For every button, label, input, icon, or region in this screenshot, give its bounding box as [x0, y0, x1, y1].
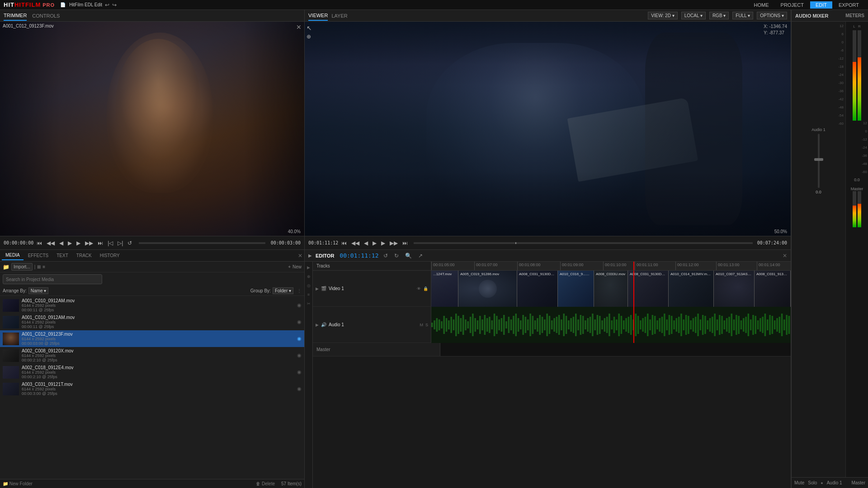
svg-rect-114	[702, 315, 704, 335]
nav-home[interactable]: HOME	[749, 1, 774, 9]
editor-btn-1[interactable]: ↺	[382, 252, 389, 260]
media-info: A001_C010_0912AM.mov 6144 x 2592 pixels …	[22, 315, 294, 329]
tab-track[interactable]: TRACK	[73, 251, 95, 260]
video-clip[interactable]: A010_C016_9...mov	[558, 271, 594, 307]
local-dropdown[interactable]: LOCAL ▾	[681, 12, 706, 19]
viewer-prev-frame[interactable]: ◀	[363, 239, 369, 247]
strip-icon-3[interactable]: ◎	[306, 282, 312, 289]
step-end-button[interactable]: ⏭	[96, 239, 104, 247]
cursor-icon[interactable]: ↖	[307, 24, 312, 32]
play-button[interactable]: ▶	[66, 239, 73, 247]
fader-track[interactable]	[818, 134, 820, 188]
viewer-next-frame[interactable]: ▶	[380, 239, 387, 247]
arrange-dropdown[interactable]: Name ▾	[28, 287, 48, 294]
editor-btn-4[interactable]: ↗	[417, 252, 424, 260]
strip-icon-1[interactable]: ▶	[306, 264, 312, 271]
tab-media[interactable]: MEDIA	[2, 251, 24, 260]
viewer-back[interactable]: ◀◀	[350, 239, 361, 247]
cursor-secondary[interactable]: ⊕	[307, 33, 311, 40]
options-dropdown[interactable]: OPTIONS ▾	[757, 12, 787, 19]
new-item-button[interactable]: +	[288, 264, 291, 269]
tab-effects[interactable]: EFFECTS	[24, 251, 52, 260]
tab-controls[interactable]: CONTROLS	[32, 11, 60, 20]
viewer-play[interactable]: ▶	[371, 239, 378, 247]
tab-history[interactable]: HISTORY	[96, 251, 123, 260]
next-frame-button[interactable]: ▶	[75, 239, 82, 247]
trimmer-close-button[interactable]: ✕	[296, 23, 302, 31]
video-clip[interactable]: A008_C031_9130DU.mov	[517, 271, 558, 307]
import-button[interactable]: Import...	[11, 263, 33, 271]
strip-icon-5[interactable]: ✂	[306, 300, 312, 307]
media-item-options[interactable]: ◉	[297, 302, 302, 308]
video-clip[interactable]: A008_C033U.mov	[594, 271, 628, 307]
rgb-dropdown[interactable]: RGB ▾	[709, 12, 729, 19]
nav-edit[interactable]: EDIT	[810, 1, 832, 9]
media-item-options[interactable]: ◉	[297, 319, 302, 325]
new-label[interactable]: New	[292, 264, 302, 269]
svg-rect-139	[762, 317, 764, 333]
video-clip[interactable]: A008_C031_913DU.mov	[755, 271, 791, 307]
viewer-timeline[interactable]	[414, 242, 753, 244]
list-item[interactable]: A001_C010_0912AM.mov 6144 x 2592 pixels …	[0, 297, 304, 314]
fwd-frame-button[interactable]: ▶▶	[84, 239, 94, 247]
strip-icon-4[interactable]: ≡	[306, 291, 312, 298]
undo-button[interactable]: ↩	[105, 2, 109, 8]
mark-in-button[interactable]: |◁	[106, 239, 114, 247]
grid-view-button[interactable]: ⊞	[37, 264, 41, 269]
list-item[interactable]: A001_C010_0912AM.mov 6144 x 2592 pixels …	[0, 314, 304, 330]
delete-button[interactable]: 🗑 Delete	[256, 481, 275, 486]
redo-button[interactable]: ↪	[112, 2, 117, 8]
list-view-button[interactable]: ≡	[42, 264, 45, 269]
audio-solo-button[interactable]: S	[425, 323, 428, 327]
view-2d-dropdown[interactable]: VIEW: 2D ▾	[648, 12, 678, 19]
video-eye-button[interactable]: 👁	[417, 286, 421, 291]
video-clip[interactable]: ...124T.mov	[431, 271, 458, 307]
audio-track-expand[interactable]: ▶	[316, 323, 319, 327]
list-item[interactable]: A003_C031_09121T.mov 6144 x 2592 pixels …	[0, 380, 304, 397]
tab-text[interactable]: TEXT	[53, 251, 72, 260]
media-item-options[interactable]: ◉	[297, 352, 302, 358]
loop-button[interactable]: ↺	[126, 239, 133, 247]
audio-mute-button[interactable]: M	[420, 323, 423, 327]
list-item[interactable]: A001_C012_09123F.mov 6144 x 2592 pixels …	[0, 330, 304, 347]
video-clip[interactable]: A010_C014_913WV.mov	[669, 271, 714, 307]
step-back-button[interactable]: ⏮	[35, 239, 43, 247]
back-frame-button[interactable]: ◀◀	[45, 239, 56, 247]
arrange-options[interactable]: ⋮	[297, 288, 302, 293]
media-search-input[interactable]	[3, 274, 102, 284]
tab-viewer[interactable]: VIEWER	[308, 11, 328, 21]
new-folder-button[interactable]: 📁 New Folder	[3, 481, 33, 486]
tracks-area: ▶ 🎬 Video 1 👁 🔒	[313, 271, 791, 488]
solo-button[interactable]: Solo	[808, 480, 817, 485]
media-item-options[interactable]: ◉	[297, 386, 302, 392]
trimmer-playhead[interactable]	[139, 242, 265, 244]
prev-frame-button[interactable]: ◀	[58, 239, 65, 247]
video-clip[interactable]: A005_C019_91286.mov	[458, 271, 517, 307]
editor-btn-2[interactable]: ↻	[393, 252, 400, 260]
strip-icon-2[interactable]: ⊕	[306, 273, 312, 280]
full-dropdown[interactable]: FULL ▾	[732, 12, 753, 19]
editor-expand[interactable]: ▶	[308, 253, 312, 258]
media-item-options[interactable]: ◉	[297, 369, 302, 375]
media-folder-icon[interactable]: 📁	[3, 264, 9, 270]
editor-btn-3[interactable]: 🔍	[404, 252, 413, 260]
group-dropdown[interactable]: Folder ▾	[273, 287, 293, 294]
fader-handle[interactable]	[814, 158, 823, 161]
tab-layer[interactable]: LAYER	[331, 11, 347, 20]
video-clip[interactable]: A010_C007_913AS.mov	[714, 271, 755, 307]
viewer-step-end[interactable]: ⏭	[401, 239, 409, 247]
editor-close-button[interactable]: ✕	[783, 253, 787, 259]
mute-button[interactable]: Mute	[794, 480, 804, 485]
nav-project[interactable]: PROJECT	[775, 1, 809, 9]
video-lock-button[interactable]: 🔒	[423, 286, 428, 291]
viewer-fwd[interactable]: ▶▶	[388, 239, 399, 247]
mark-out-button[interactable]: ▷|	[116, 239, 124, 247]
media-item-options[interactable]: ◉	[297, 336, 302, 342]
list-item[interactable]: A002_C018_0912E4.mov 6144 x 2592 pixels …	[0, 364, 304, 380]
viewer-step-back[interactable]: ⏮	[340, 239, 348, 247]
media-panel-close[interactable]: ✕	[298, 253, 302, 259]
list-item[interactable]: A002_C008_09120X.mov 6144 x 2592 pixels …	[0, 347, 304, 364]
nav-export[interactable]: EXPORT	[833, 1, 864, 9]
video-track-expand[interactable]: ▶	[316, 286, 319, 291]
tab-trimmer[interactable]: TRIMMER	[4, 11, 27, 21]
